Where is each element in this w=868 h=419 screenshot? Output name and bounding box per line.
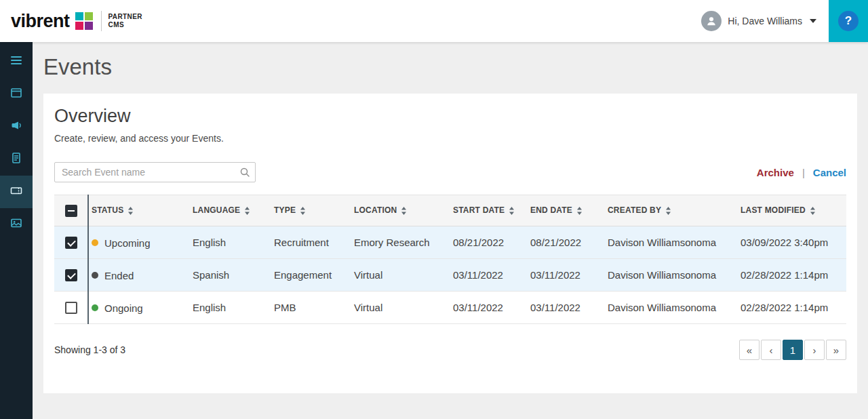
top-bar: vibrent PARTNER CMS Hi, Dave Williams ? bbox=[0, 0, 868, 42]
previous-page-button[interactable]: ‹ bbox=[761, 340, 781, 360]
pagination: « ‹ 1 › » bbox=[739, 340, 846, 360]
created-by-cell: Davison Williamsonoma bbox=[605, 259, 738, 292]
status-dot bbox=[92, 304, 98, 311]
hamburger-menu-icon bbox=[9, 54, 23, 70]
row-checkbox[interactable] bbox=[65, 302, 77, 314]
start-date-cell: 03/11/2022 bbox=[450, 292, 528, 324]
event-ticket-icon bbox=[9, 184, 23, 200]
sort-icon bbox=[810, 206, 816, 216]
document-icon bbox=[9, 151, 23, 167]
row-checkbox[interactable] bbox=[65, 237, 77, 249]
user-avatar-icon[interactable] bbox=[701, 11, 722, 31]
end-date-cell: 03/11/2022 bbox=[528, 292, 605, 324]
column-header-status[interactable]: STATUS bbox=[88, 195, 190, 226]
sidebar-item-dashboard[interactable] bbox=[0, 78, 33, 111]
sort-icon bbox=[244, 206, 250, 216]
archive-button[interactable]: Archive bbox=[757, 167, 794, 178]
end-date-cell: 08/21/2022 bbox=[528, 226, 605, 259]
help-button[interactable]: ? bbox=[829, 0, 868, 42]
sidebar-item-events[interactable] bbox=[0, 176, 33, 208]
row-checkbox[interactable] bbox=[65, 269, 77, 281]
logo-divider bbox=[101, 11, 102, 31]
search-icon[interactable] bbox=[239, 167, 250, 180]
main-content: Events Overview Create, review, and acce… bbox=[33, 42, 868, 419]
sidebar-item-media[interactable] bbox=[0, 208, 33, 241]
vibrent-logo: vibrent PARTNER CMS bbox=[11, 11, 142, 32]
language-cell: English bbox=[190, 292, 271, 324]
end-date-cell: 03/11/2022 bbox=[528, 259, 605, 292]
help-icon[interactable]: ? bbox=[838, 11, 859, 31]
created-by-cell: Davison Williamsonoma bbox=[605, 292, 738, 324]
column-header-last-modified[interactable]: LAST MODIFIED bbox=[738, 195, 846, 226]
bulk-actions: Archive | Cancel bbox=[757, 167, 846, 178]
table-toolbar: Archive | Cancel bbox=[54, 162, 846, 182]
megaphone-icon bbox=[9, 119, 23, 135]
last-modified-cell: 03/09/2022 3:40pm bbox=[738, 226, 846, 259]
start-date-cell: 08/21/2022 bbox=[450, 226, 528, 259]
logo-text: vibrent bbox=[11, 11, 70, 32]
overview-title: Overview bbox=[54, 106, 846, 127]
created-by-cell: Davison Williamsonoma bbox=[605, 226, 738, 259]
last-modified-cell: 02/28/2022 1:14pm bbox=[738, 259, 846, 292]
next-page-button[interactable]: › bbox=[804, 340, 825, 360]
status-cell: Ongoing bbox=[88, 292, 190, 324]
user-menu[interactable]: Hi, Dave Williams bbox=[701, 11, 816, 31]
product-line-2: CMS bbox=[108, 21, 124, 28]
language-cell: English bbox=[190, 226, 271, 259]
sort-icon bbox=[300, 206, 306, 216]
sidebar-item-announcements[interactable] bbox=[0, 111, 33, 143]
sidebar-item-documents[interactable] bbox=[0, 143, 33, 176]
sort-icon bbox=[401, 206, 407, 216]
sidebar-nav bbox=[0, 42, 33, 419]
language-cell: Spanish bbox=[190, 259, 271, 292]
menu-toggle-button[interactable] bbox=[0, 45, 33, 78]
column-header-location[interactable]: LOCATION bbox=[351, 195, 450, 226]
table-footer: Showing 1-3 of 3 « ‹ 1 › » bbox=[54, 340, 846, 360]
overview-subtitle: Create, review, and access your Events. bbox=[54, 133, 846, 144]
column-header-start-date[interactable]: START DATE bbox=[450, 195, 528, 226]
column-header-type[interactable]: TYPE bbox=[271, 195, 351, 226]
page-title: Events bbox=[43, 54, 112, 80]
results-count: Showing 1-3 of 3 bbox=[54, 344, 125, 355]
status-cell: Upcoming bbox=[88, 226, 190, 259]
type-cell: Recruitment bbox=[271, 226, 351, 259]
location-cell: Emory Research bbox=[351, 226, 450, 259]
table-row[interactable]: Upcoming English Recruitment Emory Resea… bbox=[54, 226, 846, 259]
status-label: Upcoming bbox=[104, 237, 151, 249]
chevron-down-icon[interactable] bbox=[810, 19, 816, 23]
status-label: Ongoing bbox=[104, 302, 143, 314]
media-icon bbox=[9, 216, 23, 233]
events-table: STATUS LANGUAGE TYPE LOCATION START DATE… bbox=[54, 195, 846, 324]
type-cell: Engagement bbox=[271, 259, 351, 292]
sort-icon bbox=[127, 206, 134, 216]
user-greeting: Hi, Dave Williams bbox=[728, 16, 802, 26]
start-date-cell: 03/11/2022 bbox=[450, 259, 528, 292]
window-icon bbox=[9, 86, 23, 102]
status-dot bbox=[92, 272, 98, 279]
first-page-button[interactable]: « bbox=[739, 340, 760, 360]
sort-icon bbox=[509, 206, 515, 216]
page-number-button[interactable]: 1 bbox=[783, 340, 803, 360]
last-page-button[interactable]: » bbox=[826, 340, 846, 360]
table-header-row: STATUS LANGUAGE TYPE LOCATION START DATE… bbox=[54, 195, 846, 226]
location-cell: Virtual bbox=[351, 259, 450, 292]
select-all-cell bbox=[54, 195, 88, 226]
table-row[interactable]: Ended Spanish Engagement Virtual 03/11/2… bbox=[54, 259, 846, 292]
event-search bbox=[54, 162, 256, 182]
sort-icon bbox=[576, 206, 583, 216]
table-row[interactable]: Ongoing English PMB Virtual 03/11/2022 0… bbox=[54, 292, 846, 324]
action-separator: | bbox=[802, 167, 805, 178]
product-name: PARTNER CMS bbox=[108, 13, 142, 30]
column-header-end-date[interactable]: END DATE bbox=[528, 195, 605, 226]
type-cell: PMB bbox=[271, 292, 351, 324]
select-all-checkbox[interactable] bbox=[65, 205, 77, 217]
overview-card: Overview Create, review, and access your… bbox=[43, 94, 857, 393]
search-input[interactable] bbox=[54, 162, 256, 182]
column-header-created-by[interactable]: CREATED BY bbox=[605, 195, 738, 226]
status-label: Ended bbox=[104, 270, 134, 281]
column-header-language[interactable]: LANGUAGE bbox=[190, 195, 271, 226]
cancel-button[interactable]: Cancel bbox=[813, 167, 846, 178]
location-cell: Virtual bbox=[351, 292, 450, 324]
sort-icon bbox=[665, 206, 671, 216]
product-line-1: PARTNER bbox=[108, 13, 142, 20]
